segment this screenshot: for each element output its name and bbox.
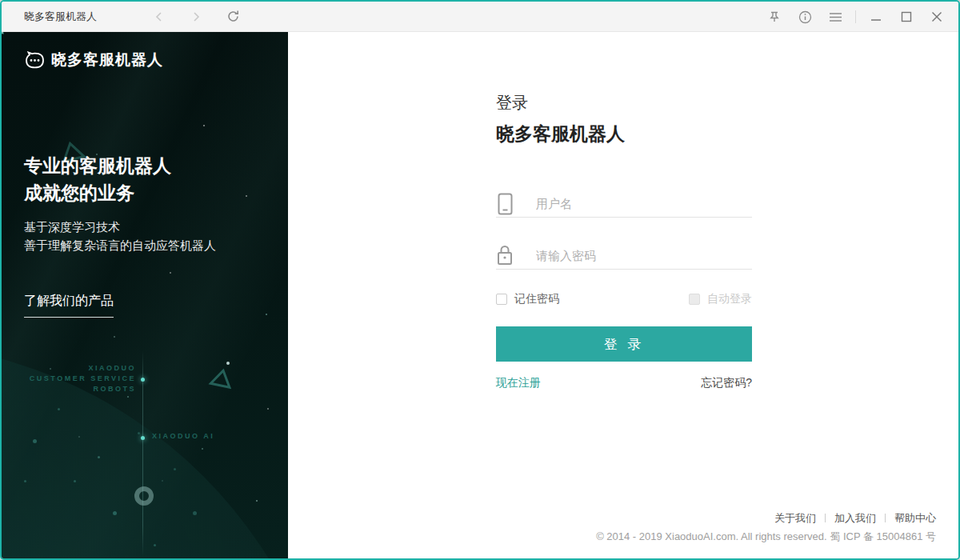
chat-bubble-robot-icon xyxy=(24,51,46,70)
nav-controls xyxy=(144,2,254,32)
footer-separator xyxy=(825,514,826,522)
login-form: 登录 晓多客服机器人 记住密码 xyxy=(496,92,752,146)
footer-link-join[interactable]: 加入我们 xyxy=(834,512,876,524)
timeline-dot xyxy=(141,436,145,440)
deco-line: XIAODUO xyxy=(30,363,136,374)
sidebar-subtext: 基于深度学习技术 善于理解复杂语言的自动应答机器人 xyxy=(24,218,216,254)
sidebar: 晓多客服机器人 专业的客服机器人 成就您的业务 基于深度学习技术 善于理解复杂语… xyxy=(2,32,288,558)
login-title: 登录 xyxy=(496,92,752,114)
logo-text: 晓多客服机器人 xyxy=(51,50,163,70)
app-window: 晓多客服机器人 xyxy=(0,0,960,560)
phone-icon xyxy=(496,193,514,215)
auxiliary-links: 现在注册 忘记密码? xyxy=(496,376,752,390)
main-panel: 登录 晓多客服机器人 记住密码 xyxy=(288,32,958,558)
ring-decoration xyxy=(134,486,154,506)
deco-line: ROBOTS xyxy=(30,384,136,394)
remember-password-label: 记住密码 xyxy=(514,292,559,306)
footer-separator xyxy=(885,514,886,522)
password-row xyxy=(496,242,752,270)
remember-password-checkbox[interactable] xyxy=(496,294,507,305)
auto-login-checkbox[interactable] xyxy=(689,294,700,305)
pushpin-icon xyxy=(768,10,781,23)
menu-button[interactable] xyxy=(820,2,850,32)
headline-line2: 成就您的业务 xyxy=(24,179,171,206)
forward-button[interactable] xyxy=(181,2,211,32)
footer-link-about[interactable]: 关于我们 xyxy=(774,512,816,524)
footer-links: 关于我们加入我们帮助中心 xyxy=(596,509,936,527)
username-input[interactable] xyxy=(534,196,752,211)
copyright-text: © 2014 - 2019 XiaoduoAI.com. All rights … xyxy=(596,527,936,546)
minimize-icon xyxy=(870,11,882,22)
titlebar-divider xyxy=(855,10,856,23)
maximize-button[interactable] xyxy=(891,2,922,32)
headline-line1: 专业的客服机器人 xyxy=(24,152,171,179)
deco-line: CUSTOMER SERVICE xyxy=(30,374,136,384)
deco-text-block: XIAODUO CUSTOMER SERVICE ROBOTS xyxy=(30,363,136,394)
deco-text-ai: XIAODUO AI xyxy=(152,432,214,440)
password-input[interactable] xyxy=(534,248,752,263)
autologin-group: 自动登录 xyxy=(689,292,752,306)
hamburger-icon xyxy=(829,12,842,22)
footer: 关于我们加入我们帮助中心 © 2014 - 2019 XiaoduoAI.com… xyxy=(596,509,936,546)
register-link[interactable]: 现在注册 xyxy=(496,376,541,390)
subtext-line2: 善于理解复杂语言的自动应答机器人 xyxy=(24,236,216,254)
login-subtitle: 晓多客服机器人 xyxy=(496,122,752,146)
minimize-button[interactable] xyxy=(861,2,891,32)
window-controls xyxy=(759,2,952,32)
product-link[interactable]: 了解我们的产品 xyxy=(24,293,114,318)
pin-button[interactable] xyxy=(759,2,790,32)
auto-login-label: 自动登录 xyxy=(707,292,752,306)
maximize-icon xyxy=(901,11,912,22)
info-button[interactable] xyxy=(790,2,820,32)
refresh-button[interactable] xyxy=(218,2,248,32)
subtext-line1: 基于深度学习技术 xyxy=(24,218,216,236)
timeline-dot xyxy=(141,378,145,382)
padlock-icon xyxy=(496,245,514,267)
chevron-left-icon xyxy=(153,10,166,23)
close-icon xyxy=(931,11,942,22)
titlebar: 晓多客服机器人 xyxy=(2,2,958,32)
refresh-icon xyxy=(226,10,240,23)
chevron-right-icon xyxy=(190,10,202,23)
forgot-password-link[interactable]: 忘记密码? xyxy=(701,376,752,390)
triangle-decoration xyxy=(210,368,234,389)
checkbox-row: 记住密码 自动登录 xyxy=(496,292,752,306)
close-button[interactable] xyxy=(922,2,952,32)
login-submit-button[interactable]: 登 录 xyxy=(496,326,752,362)
window-title: 晓多客服机器人 xyxy=(24,10,144,24)
info-icon xyxy=(798,10,812,24)
back-button[interactable] xyxy=(144,2,174,32)
app-logo: 晓多客服机器人 xyxy=(24,50,163,70)
planet-city-lights xyxy=(2,32,4,34)
footer-link-help[interactable]: 帮助中心 xyxy=(894,512,936,524)
sidebar-headline: 专业的客服机器人 成就您的业务 xyxy=(24,152,171,206)
username-row xyxy=(496,190,752,218)
